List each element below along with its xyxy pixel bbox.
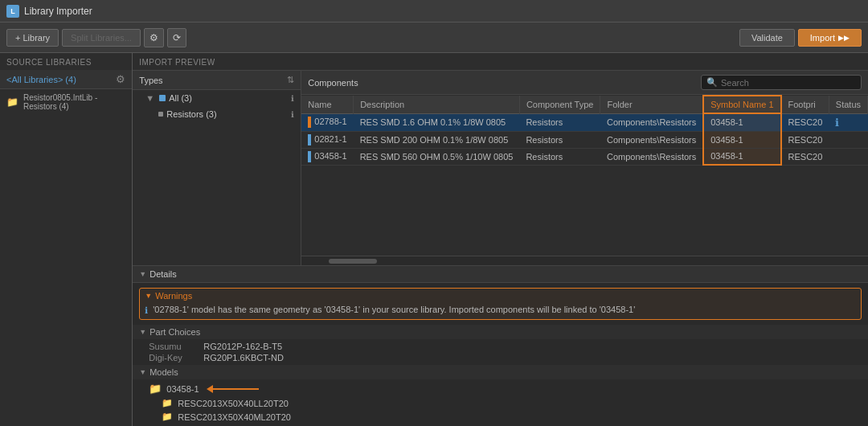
lib-folder-icon: 📁 xyxy=(6,96,18,108)
cell-symbol-name: 03458-1 xyxy=(703,113,780,131)
libraries-settings-icon[interactable]: ⚙ xyxy=(116,73,125,85)
types-header: Types ⇅ xyxy=(133,71,301,90)
table-row[interactable]: 02821-1 RES SMD 200 OHM 0.1% 1/8W 0805 R… xyxy=(301,131,867,148)
type-resistors-info-icon[interactable]: ℹ xyxy=(291,110,294,119)
color-bar xyxy=(308,151,311,162)
type-resistors[interactable]: Resistors (3) ℹ xyxy=(133,106,301,122)
col-status[interactable]: Status xyxy=(829,96,867,113)
resistor-lib-item[interactable]: 📁 Resistor0805.IntLib - Resistors (4) xyxy=(0,89,132,115)
toolbar-right: Validate Import ▶▶ xyxy=(739,29,862,47)
add-library-button[interactable]: + Library xyxy=(6,29,59,47)
type-all-label: All (3) xyxy=(169,93,192,103)
right-panel: IMPORT PREVIEW Types ⇅ ▼ All (3) ℹ Resis… xyxy=(133,53,868,426)
details-triangle-icon: ▼ xyxy=(139,270,146,278)
components-title: Components xyxy=(308,78,358,88)
active-model-label: 03458-1 xyxy=(166,384,199,394)
cell-status xyxy=(829,148,867,165)
main-layout: SOURCE LIBRARIES <All Libraries> (4) ⚙ 📁… xyxy=(0,53,868,426)
part-number: RG2012P-162-B-T5 xyxy=(203,342,282,351)
details-title: Details xyxy=(149,269,177,279)
components-table-wrapper: Name Description Component Type Folder S… xyxy=(301,95,868,256)
app-icon: L xyxy=(6,5,19,18)
cell-name: 02821-1 xyxy=(301,131,353,148)
cell-footprint: RESC20 xyxy=(781,113,829,131)
left-panel: SOURCE LIBRARIES <All Libraries> (4) ⚙ 📁… xyxy=(0,53,133,426)
col-footprint[interactable]: Footpri xyxy=(781,96,829,113)
part-row: Digi-KeyRG20P1.6KBCT-ND xyxy=(149,352,862,363)
toolbar: + Library Split Libraries... ⚙ ⟳ Validat… xyxy=(0,23,868,53)
cell-status xyxy=(829,131,867,148)
part-row: SusumuRG2012P-162-B-T5 xyxy=(149,341,862,352)
warnings-section: ▼ Warnings ℹ '02788-1' model has the sam… xyxy=(139,288,862,320)
type-all[interactable]: ▼ All (3) ℹ xyxy=(133,90,301,106)
warning-item: ℹ '02788-1' model has the same geometry … xyxy=(140,303,861,319)
cell-name: 03458-1 xyxy=(301,148,353,165)
import-button[interactable]: Import ▶▶ xyxy=(798,29,862,47)
cell-component-type: Resistors xyxy=(519,113,600,131)
components-header-row: Components 🔍 xyxy=(301,71,868,95)
types-sort-icon[interactable]: ⇅ xyxy=(287,75,294,85)
type-resistors-label: Resistors (3) xyxy=(166,109,216,119)
search-icon: 🔍 xyxy=(706,77,718,88)
cell-symbol-name: 03458-1 xyxy=(703,148,780,165)
cell-component-type: Resistors xyxy=(519,148,600,165)
part-number: RG20P1.6KBCT-ND xyxy=(203,353,284,363)
arrow-indicator xyxy=(211,388,259,390)
validate-button[interactable]: Validate xyxy=(739,29,795,47)
title-bar-title: Library Importer xyxy=(24,6,92,17)
cell-description: RES SMD 1.6 OHM 0.1% 1/8W 0805 xyxy=(354,113,520,131)
search-box[interactable]: 🔍 xyxy=(701,75,862,90)
cell-component-type: Resistors xyxy=(519,131,600,148)
cell-footprint: RESC20 xyxy=(781,148,829,165)
sub-model-folder-icon: 📁 xyxy=(162,398,173,408)
all-libraries-label: <All Libraries> (4) xyxy=(6,75,76,84)
components-table: Name Description Component Type Folder S… xyxy=(301,95,868,166)
sub-model-item[interactable]: 📁RESC2013X50X40ML20T20 xyxy=(149,410,862,424)
warnings-triangle-icon: ▼ xyxy=(145,292,152,300)
part-choices-content: SusumuRG2012P-162-B-T5Digi-KeyRG20P1.6KB… xyxy=(133,339,868,365)
import-preview-header: IMPORT PREVIEW xyxy=(133,53,868,71)
sub-model-label: RESC2013X50X40LL20T20 xyxy=(178,399,289,408)
models-title: Models xyxy=(149,367,178,377)
search-input[interactable] xyxy=(721,78,856,88)
title-bar: L Library Importer xyxy=(0,0,868,23)
warnings-title: Warnings xyxy=(155,291,192,301)
status-icon: ℹ xyxy=(835,117,839,129)
cell-folder: Components\Resistors xyxy=(600,113,703,131)
sub-model-label: RESC2013X50X40ML20T20 xyxy=(178,412,291,422)
col-name[interactable]: Name xyxy=(301,96,353,113)
types-label: Types xyxy=(139,76,162,85)
models-content: 📁 03458-1 📁RESC2013X50X40LL20T20📁RESC201… xyxy=(133,379,868,426)
split-libraries-button[interactable]: Split Libraries... xyxy=(62,29,141,47)
col-component-type[interactable]: Component Type xyxy=(519,96,600,113)
active-model-item[interactable]: 📁 03458-1 xyxy=(149,381,862,396)
details-header: ▼ Details xyxy=(133,266,868,283)
warning-info-icon: ℹ xyxy=(145,305,148,316)
scroll-indicator xyxy=(301,256,868,265)
lib-item-label: Resistor0805.IntLib - Resistors (4) xyxy=(23,93,125,111)
col-description[interactable]: Description xyxy=(354,96,520,113)
refresh-button[interactable]: ⟳ xyxy=(167,28,186,47)
settings-button[interactable]: ⚙ xyxy=(144,28,164,47)
scroll-thumb[interactable] xyxy=(329,259,377,264)
table-row[interactable]: 02788-1 RES SMD 1.6 OHM 0.1% 1/8W 0805 R… xyxy=(301,113,867,131)
part-supplier: Susumu xyxy=(149,342,197,351)
models-triangle-icon: ▼ xyxy=(139,368,146,376)
cell-description: RES SMD 200 OHM 0.1% 1/8W 0805 xyxy=(354,131,520,148)
col-folder[interactable]: Folder xyxy=(600,96,703,113)
part-choices-triangle-icon: ▼ xyxy=(139,328,146,336)
table-row[interactable]: 03458-1 RES SMD 560 OHM 0.5% 1/10W 0805 … xyxy=(301,148,867,165)
cell-folder: Components\Resistors xyxy=(600,148,703,165)
bottom-panel: ▼ Details ▼ Warnings ℹ '02788-1' model h… xyxy=(133,265,868,426)
color-bar xyxy=(308,117,311,128)
type-dot-resistors xyxy=(158,112,163,117)
part-supplier: Digi-Key xyxy=(149,353,197,363)
all-libraries-row[interactable]: <All Libraries> (4) ⚙ xyxy=(0,70,132,89)
cell-folder: Components\Resistors xyxy=(600,131,703,148)
content-area: Types ⇅ ▼ All (3) ℹ Resistors (3) ℹ xyxy=(133,71,868,265)
type-all-info-icon[interactable]: ℹ xyxy=(291,94,294,103)
sub-model-item[interactable]: 📁RESC2013X50X40LL20T20 xyxy=(149,396,862,410)
cell-description: RES SMD 560 OHM 0.5% 1/10W 0805 xyxy=(354,148,520,165)
col-symbol-name[interactable]: Symbol Name 1 xyxy=(703,96,780,113)
part-choices-header: ▼ Part Choices xyxy=(133,325,868,339)
